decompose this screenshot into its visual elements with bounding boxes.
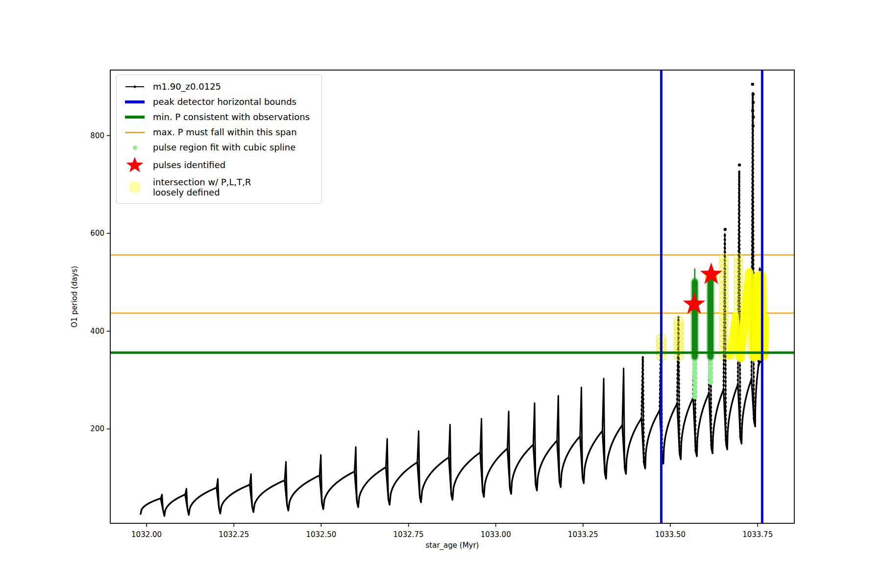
- series-point: [752, 116, 755, 119]
- x-tick-label: 1033.50: [655, 530, 686, 539]
- intersection-blob: [765, 318, 766, 356]
- legend: m1.90_z0.0125 peak detector horizontal b…: [116, 74, 322, 204]
- x-tick-label: 1033.75: [742, 530, 773, 539]
- legend-item: m1.90_z0.0125: [123, 81, 310, 93]
- y-axis-label: O1 period (days): [70, 266, 79, 328]
- series-point: [752, 93, 755, 96]
- x-axis-label: star_age (Myr): [426, 541, 479, 550]
- legend-item-label-line1: intersection w/ P,L,T,R: [153, 177, 251, 187]
- legend-item-label: peak detector horizontal bounds: [153, 97, 296, 107]
- x-tick-label: 1032.50: [306, 530, 336, 539]
- legend-marker-blue-line: [123, 100, 146, 103]
- figure: 1032.001032.251032.501032.751033.001033.…: [0, 0, 882, 588]
- series-point: [752, 101, 755, 104]
- x-tick-label: 1032.25: [219, 530, 249, 539]
- series-point: [751, 83, 754, 86]
- series-point: [752, 124, 755, 127]
- x-tick-label: 1032.00: [131, 530, 162, 539]
- y-tick-label: 400: [90, 327, 104, 336]
- y-tick-label: 200: [90, 424, 104, 433]
- intersection-marker: [674, 317, 684, 326]
- legend-marker-star-icon: [123, 157, 146, 173]
- y-tick-label: 600: [90, 229, 104, 238]
- legend-marker-line-dot: [123, 86, 146, 87]
- legend-item-label: min. P consistent with observations: [153, 112, 310, 122]
- legend-item-label: pulses identified: [153, 160, 225, 170]
- legend-marker-intersection-dot: [123, 181, 146, 193]
- legend-item-label-line2: loosely defined: [153, 187, 251, 197]
- series-point: [751, 109, 754, 112]
- legend-item-label: intersection w/ P,L,T,R loosely defined: [153, 177, 251, 197]
- legend-item: min. P consistent with observations: [123, 111, 310, 123]
- legend-item-label: max. P must fall within this span: [153, 127, 297, 137]
- x-tick-label: 1033.25: [568, 530, 598, 539]
- legend-item-label: pulse region fit with cubic spline: [153, 142, 295, 152]
- legend-item: pulses identified: [123, 157, 310, 173]
- series-point: [738, 163, 741, 166]
- intersection-marker: [734, 253, 743, 262]
- legend-item: pulse region fit with cubic spline: [123, 142, 310, 153]
- y-tick-label: 800: [90, 131, 104, 140]
- legend-item: max. P must fall within this span: [123, 126, 310, 138]
- legend-marker-orange-line: [123, 132, 146, 133]
- legend-marker-spline-dot: [123, 146, 146, 150]
- legend-item: peak detector horizontal bounds: [123, 96, 310, 108]
- series-point: [724, 228, 727, 231]
- legend-marker-green-line: [123, 116, 146, 119]
- legend-item-label: m1.90_z0.0125: [153, 81, 221, 92]
- x-tick-label: 1032.75: [393, 530, 424, 539]
- intersection-marker: [719, 253, 728, 262]
- legend-item: intersection w/ P,L,T,R loosely defined: [123, 177, 310, 197]
- x-tick-label: 1033.00: [481, 530, 511, 539]
